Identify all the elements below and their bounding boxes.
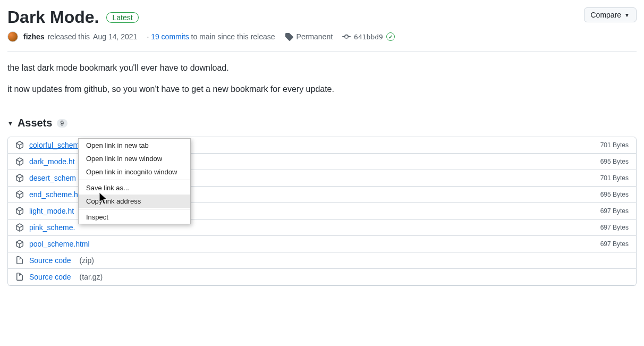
ctx-divider [79,209,190,209]
tag-item[interactable]: Permanent [285,32,333,41]
asset-left: light_mode.ht [15,207,74,215]
body-line-2: it now updates from github, so you won't… [7,83,637,96]
asset-row: Source code(zip) [8,252,636,269]
caret-down-icon: ▼ [624,12,630,18]
asset-size: 697 Bytes [600,240,629,248]
assets-toggle[interactable]: ▼ Assets 9 [7,117,637,129]
compare-button[interactable]: Compare ▼ [584,7,637,22]
ctx-divider [79,180,190,180]
commits-link[interactable]: 19 commits [151,32,189,41]
ctx-item[interactable]: Copy link address [79,195,190,208]
package-icon [15,174,24,182]
ctx-item[interactable]: Open link in new tab [79,139,190,152]
commit-icon [342,32,351,41]
commit-item[interactable]: 641bbd9 ✓ [342,32,395,41]
asset-size: 701 Bytes [600,141,629,149]
asset-link[interactable]: light_mode.ht [29,207,74,215]
release-date: Aug 14, 2021 [93,32,137,41]
package-icon [15,157,24,166]
asset-left: Source code(zip) [15,256,94,265]
asset-ext: (zip) [80,256,94,265]
tag-label: Permanent [296,32,333,41]
asset-link[interactable]: end_scheme.h [29,190,78,199]
asset-left: end_scheme.h [15,190,78,199]
assets-list: colorful_scheme.html701 Bytesdark_mode.h… [7,137,637,286]
title-group: Dark Mode. Latest [7,7,139,27]
asset-size: 697 Bytes [600,224,629,231]
assets-count-badge: 9 [57,119,68,128]
asset-left: Source code(tar.gz) [15,273,103,281]
asset-left: dark_mode.ht [15,157,75,166]
assets-title: Assets [18,117,53,129]
author-link[interactable]: fizhes [23,32,45,41]
asset-size: 695 Bytes [600,191,629,198]
release-container: Dark Mode. Latest Compare ▼ fizhes relea… [0,0,644,286]
context-menu: Open link in new tabOpen link in new win… [78,138,191,224]
ctx-item[interactable]: Open link in incognito window [79,165,190,179]
release-title: Dark Mode. [7,7,99,27]
asset-size: 697 Bytes [600,207,629,215]
asset-left: pool_scheme.html [15,240,90,248]
asset-link[interactable]: Source code [29,273,71,281]
tag-icon [285,32,293,41]
commits-info: · 19 commits to main since this release [147,32,275,41]
body-line-1: the last dark mode bookmark you'll ever … [7,62,637,74]
ctx-item[interactable]: Open link in new window [79,152,190,165]
commit-hash: 641bbd9 [354,33,383,41]
package-icon [15,190,24,199]
avatar[interactable] [7,31,18,42]
package-icon [15,207,24,215]
verified-icon[interactable]: ✓ [386,32,395,41]
release-header: Dark Mode. Latest Compare ▼ [7,7,637,27]
separator [7,52,637,52]
commits-suffix: to main since this release [189,32,275,41]
asset-size: 701 Bytes [600,174,629,182]
disclosure-icon: ▼ [7,120,13,126]
zip-icon [15,273,24,281]
zip-icon [15,256,24,265]
asset-link[interactable]: pool_scheme.html [29,240,90,248]
asset-link[interactable]: pink_scheme. [29,223,75,232]
latest-badge: Latest [106,12,138,23]
asset-left: desert_schem [15,174,76,182]
sep-dot: · [147,32,149,41]
ctx-item[interactable]: Inspect [79,210,190,224]
release-meta: fizhes released this Aug 14, 2021 · 19 c… [7,31,637,42]
asset-ext: (tar.gz) [80,273,103,281]
ctx-item[interactable]: Save link as... [79,181,190,195]
release-body: the last dark mode bookmark you'll ever … [7,62,637,96]
asset-size: 695 Bytes [600,158,629,165]
asset-link[interactable]: Source code [29,256,71,265]
package-icon [15,223,24,232]
author-line: fizhes released this Aug 14, 2021 [7,31,137,42]
asset-link[interactable]: desert_schem [29,174,76,182]
asset-row: pool_scheme.html697 Bytes [8,236,636,252]
compare-label: Compare [591,11,622,19]
asset-link[interactable]: dark_mode.ht [29,157,75,166]
released-text: released this [48,32,90,41]
asset-row: Source code(tar.gz) [8,269,636,285]
asset-left: pink_scheme. [15,223,75,232]
package-icon [15,141,24,149]
package-icon [15,240,24,248]
